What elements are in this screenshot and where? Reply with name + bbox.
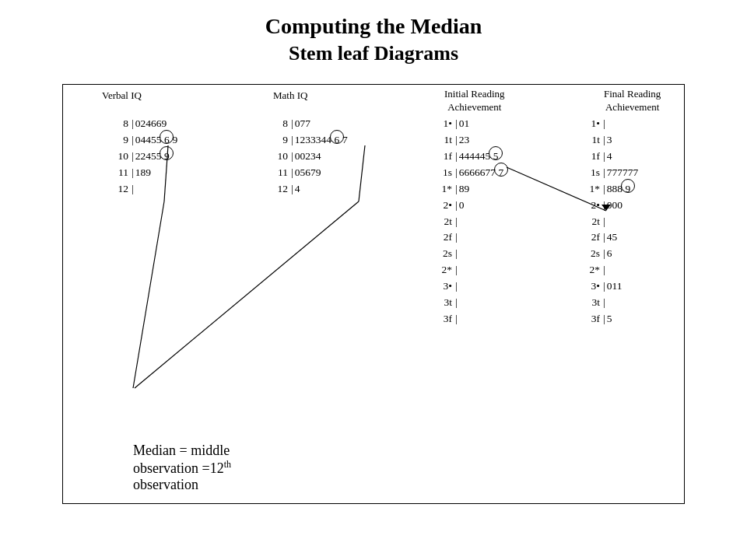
- final-row-1star: 1* | 8889: [584, 181, 654, 198]
- stem-1dot-i: 1•: [437, 116, 452, 132]
- stem-3t-f: 3t: [584, 295, 600, 311]
- leaf-3f-f: 5: [607, 311, 654, 327]
- initial-row-2s: 2s |: [437, 246, 507, 262]
- main-title: Computing the Median: [0, 14, 747, 39]
- final-row-2dot: 2• | 000: [584, 198, 654, 214]
- stem-11m: 11: [269, 165, 288, 181]
- stem-1dot-f: 1•: [584, 116, 600, 132]
- median-text: Median = middle observation =12th observ…: [133, 443, 231, 493]
- verbal-table: 8 | 024669 9 | 0445569 10 | 224559 11 | …: [110, 116, 182, 198]
- initial-row-2f: 2f |: [437, 229, 507, 246]
- leaf-1s-i: 66666777: [459, 165, 507, 181]
- initial-row-3dot: 3• |: [437, 278, 507, 295]
- initial-row-2t: 2t |: [437, 214, 507, 230]
- leaf-8v: 024669: [135, 116, 182, 132]
- initial-row-2star: 2* |: [437, 262, 507, 278]
- diagram-box: Verbal IQ Math IQ Initial Reading Achiev…: [62, 84, 685, 504]
- stem-2s-i: 2s: [437, 246, 452, 262]
- svg-line-2: [359, 145, 365, 201]
- leaf-1f-f: 4: [607, 149, 654, 165]
- stem-3f-i: 3f: [437, 311, 452, 327]
- leaf-1dot-i: 01: [459, 116, 506, 132]
- verbal-row-12: 12 |: [110, 181, 182, 198]
- stem-1f-i: 1f: [437, 149, 452, 165]
- final-row-2t: 2t |: [584, 214, 654, 230]
- final-row-1dot: 1• |: [584, 116, 654, 132]
- final-row-3dot: 3• | 011: [584, 278, 654, 295]
- initial-row-1f: 1f | 4444455: [437, 149, 507, 165]
- final-header-line1: Final Reading: [604, 88, 661, 101]
- stem-12v: 12: [110, 181, 128, 198]
- stem-1star-f: 1*: [584, 181, 600, 198]
- leaf-2f-f: 45: [607, 229, 654, 246]
- stem-8m: 8: [269, 116, 288, 132]
- leaf-1s-f: 777777: [607, 165, 654, 181]
- leaf-2dot-i: 0: [459, 198, 506, 214]
- stem-1s-f: 1s: [584, 165, 600, 181]
- stem-1star-i: 1*: [437, 181, 452, 198]
- stem-3dot-f: 3•: [584, 278, 600, 295]
- final-row-2s: 2s | 6: [584, 246, 654, 262]
- stem-1t-f: 1t: [584, 132, 600, 149]
- stem-2star-f: 2*: [584, 262, 600, 278]
- leaf-11v: 189: [135, 165, 182, 181]
- leaf-1t-i: 23: [459, 132, 506, 149]
- stem-9m: 9: [269, 132, 288, 149]
- leaf-10v: 224559: [135, 149, 182, 165]
- stem-1t-i: 1t: [437, 132, 452, 149]
- stem-10m: 10: [269, 149, 288, 165]
- initial-row-1star: 1* | 89: [437, 181, 507, 198]
- verbal-row-10: 10 | 224559: [110, 149, 182, 165]
- verbal-row-9: 9 | 0445569: [110, 132, 182, 149]
- verbal-header: Verbal IQ: [102, 89, 142, 102]
- math-header: Math IQ: [273, 89, 307, 102]
- stem-2f-i: 2f: [437, 229, 452, 246]
- initial-header-line1: Initial Reading: [444, 88, 505, 101]
- math-row-12: 12 | 4: [269, 181, 348, 198]
- leaf-1f-i: 4444455: [459, 149, 506, 165]
- final-row-2f: 2f | 45: [584, 229, 654, 246]
- stem-2dot-i: 2•: [437, 198, 452, 214]
- stem-1s-i: 1s: [437, 165, 452, 181]
- final-row-1t: 1t | 3: [584, 132, 654, 149]
- median-line3: observation: [133, 477, 231, 493]
- stem-11v: 11: [110, 165, 128, 181]
- final-row-3f: 3f | 5: [584, 311, 654, 327]
- initial-row-3f: 3f |: [437, 311, 507, 327]
- svg-line-3: [135, 201, 359, 388]
- sub-title: Stem leaf Diagrams: [0, 42, 747, 65]
- leaf-2s-f: 6: [607, 246, 654, 262]
- stem-9v: 9: [110, 132, 128, 149]
- math-row-8: 8 | 077: [269, 116, 348, 132]
- final-header: Final Reading Achievement: [604, 88, 661, 114]
- leaf-1star-i: 89: [459, 181, 506, 198]
- final-header-line2: Achievement: [604, 101, 661, 114]
- math-row-9: 9 | 123334467: [269, 132, 348, 149]
- math-row-10: 10 | 00234: [269, 149, 348, 165]
- leaf-8m: 077: [295, 116, 342, 132]
- initial-header-line2: Achievement: [444, 101, 505, 114]
- final-row-1s: 1s | 777777: [584, 165, 654, 181]
- leaf-3dot-f: 011: [607, 278, 654, 295]
- median-line2: observation =12th: [133, 459, 231, 477]
- initial-row-1t: 1t | 23: [437, 132, 507, 149]
- stem-8v: 8: [110, 116, 128, 132]
- final-row-1f: 1f | 4: [584, 149, 654, 165]
- leaf-9m: 123334467: [295, 132, 348, 149]
- content-area: Verbal IQ Math IQ Initial Reading Achiev…: [0, 76, 747, 558]
- final-row-3t: 3t |: [584, 295, 654, 311]
- stem-2t-i: 2t: [437, 214, 452, 230]
- leaf-10m: 00234: [295, 149, 342, 165]
- initial-row-1dot: 1• | 01: [437, 116, 507, 132]
- initial-row-2dot: 2• | 0: [437, 198, 507, 214]
- math-row-11: 11 | 05679: [269, 165, 348, 181]
- leaf-11m: 05679: [295, 165, 342, 181]
- stem-2s-f: 2s: [584, 246, 600, 262]
- verbal-row-8: 8 | 024669: [110, 116, 182, 132]
- leaf-9v: 0445569: [135, 132, 182, 149]
- stem-2f-f: 2f: [584, 229, 600, 246]
- stem-2dot-f: 2•: [584, 198, 600, 214]
- stem-12m: 12: [269, 181, 288, 198]
- median-line1: Median = middle: [133, 443, 231, 459]
- stem-1f-f: 1f: [584, 149, 600, 165]
